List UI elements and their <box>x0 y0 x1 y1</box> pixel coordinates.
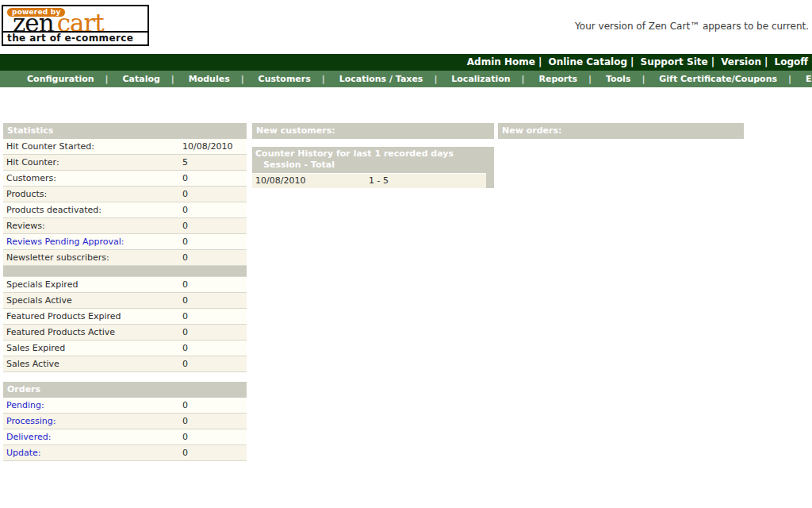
order-status-link[interactable]: Delivered: <box>3 429 182 444</box>
stat-label: Newsletter subscribers: <box>3 250 182 265</box>
table-row: Specials Expired 0 <box>3 277 247 293</box>
orders-panel: Orders Pending: 0 Processing: 0 Delivere… <box>3 382 247 461</box>
table-row: Reviews Pending Approval: 0 <box>3 234 247 250</box>
stat-label: Specials Expired <box>3 277 182 292</box>
table-row: Sales Expired 0 <box>3 341 247 356</box>
new-customers-header: New customers: <box>252 123 494 139</box>
stat-label: Sales Active <box>3 356 182 371</box>
nav-separator: | <box>105 74 109 84</box>
new-orders-panel: New orders: <box>498 123 744 139</box>
statistics-rows-top: Hit Counter Started: 10/08/2010 Hit Coun… <box>3 139 247 266</box>
admin-link-bar: Admin Home| Online Catalog| Support Site… <box>0 54 812 71</box>
stat-value: 0 <box>182 234 247 249</box>
nav-separator: | <box>788 74 791 84</box>
nav-separator: | <box>241 74 244 84</box>
nav-separator: | <box>708 56 718 67</box>
stat-value: 0 <box>182 202 247 217</box>
table-row: Products: 0 <box>3 187 247 202</box>
menu-item[interactable]: Modules <box>178 71 241 87</box>
table-row: Pending: 0 <box>3 398 247 414</box>
stat-value: 0 <box>182 171 247 186</box>
order-status-link[interactable]: Processing: <box>3 414 182 429</box>
stat-label: Featured Products Active <box>3 325 182 340</box>
stat-value: 5 <box>182 155 247 170</box>
counter-session-total: 1 - 5 <box>369 174 389 188</box>
order-count: 0 <box>182 414 247 429</box>
table-row: Delivered: 0 <box>3 429 247 445</box>
nav-separator: | <box>434 74 437 84</box>
stats-separator-row <box>3 266 247 277</box>
menu-item[interactable]: Catalog <box>111 71 170 87</box>
stat-value: 0 <box>182 187 247 202</box>
nav-separator: | <box>322 74 325 84</box>
orders-header: Orders <box>3 382 247 398</box>
stat-value: 0 <box>182 341 247 356</box>
order-status-link[interactable]: Pending: <box>3 398 182 413</box>
counter-history-rows: 10/08/2010 1 - 5 <box>252 173 494 188</box>
stat-label: Specials Active <box>3 293 182 308</box>
table-row: Featured Products Expired 0 <box>3 309 247 325</box>
stat-label: Products deactivated: <box>3 202 182 217</box>
order-count: 0 <box>182 445 247 460</box>
table-row: Update: 0 <box>3 445 247 461</box>
stat-label: Sales Expired <box>3 341 182 356</box>
nav-separator: | <box>535 56 545 67</box>
menu-item[interactable]: Tools <box>595 71 642 87</box>
menu-item[interactable]: Localization <box>440 71 521 87</box>
stat-value: 10/08/2010 <box>182 139 247 154</box>
table-row: Hit Counter: 5 <box>3 155 247 171</box>
admin-nav-link[interactable]: Admin Home <box>467 56 535 67</box>
row-gray-edge <box>486 173 494 188</box>
stat-label: Hit Counter Started: <box>3 139 182 154</box>
menu-item[interactable]: Locations / Taxes <box>328 71 435 87</box>
statistics-panel: Statistics Hit Counter Started: 10/08/20… <box>3 123 247 461</box>
stat-value: 0 <box>182 218 247 233</box>
admin-nav-link[interactable]: Logoff <box>775 56 808 67</box>
admin-nav-link[interactable]: Online Catalog <box>548 56 627 67</box>
table-row: Sales Active 0 <box>3 356 247 372</box>
counter-date: 10/08/2010 <box>255 174 305 188</box>
stat-label[interactable]: Reviews Pending Approval: <box>3 234 182 249</box>
stat-label: Products: <box>3 187 182 202</box>
statistics-header: Statistics <box>3 123 247 139</box>
counter-history-table: Counter History for last 1 recorded days… <box>252 147 494 188</box>
counter-history-subtitle: Session - Total <box>255 160 494 171</box>
nav-separator: | <box>627 56 637 67</box>
menu-item[interactable]: Extras <box>795 71 812 87</box>
stat-value: 0 <box>182 293 247 308</box>
menu-item[interactable]: Configuration <box>16 71 105 87</box>
stat-label: Customers: <box>3 171 182 186</box>
admin-nav-link[interactable]: Support Site <box>641 56 708 67</box>
statistics-rows-bottom: Specials Expired 0 Specials Active 0 Fea… <box>3 277 247 372</box>
stat-value: 0 <box>182 277 247 292</box>
order-count: 0 <box>182 429 247 444</box>
admin-nav-link[interactable]: Version <box>721 56 761 67</box>
nav-separator: | <box>588 74 592 84</box>
nav-separator: | <box>761 56 771 67</box>
orders-rows: Pending: 0 Processing: 0 Delivered: 0 Up… <box>3 398 247 461</box>
table-row: Specials Active 0 <box>3 293 247 309</box>
nav-separator: | <box>171 74 174 84</box>
stat-value: 0 <box>182 356 247 371</box>
table-row: Products deactivated: 0 <box>3 202 247 218</box>
counter-history-title: Counter History for last 1 recorded days <box>255 148 494 160</box>
version-status-text: Your version of Zen Cart™ appears to be … <box>575 21 809 32</box>
new-customers-panel: New customers: Counter History for last … <box>252 123 494 188</box>
zen-cart-logo: powered by zencart the art of e-commerce <box>2 5 149 46</box>
table-row: Newsletter subscribers: 0 <box>3 250 247 266</box>
table-row: Processing: 0 <box>3 414 247 429</box>
order-status-link[interactable]: Update: <box>3 445 182 460</box>
table-row: Hit Counter Started: 10/08/2010 <box>3 139 247 155</box>
menu-item[interactable]: Gift Certificate/Coupons <box>648 71 788 87</box>
stat-label: Reviews: <box>3 218 182 233</box>
nav-separator: | <box>642 74 645 84</box>
menu-item[interactable]: Reports <box>527 71 588 87</box>
stat-value: 0 <box>182 325 247 340</box>
table-row: Customers: 0 <box>3 171 247 187</box>
stat-label: Hit Counter: <box>3 155 182 170</box>
menu-item[interactable]: Customers <box>247 71 322 87</box>
counter-history-header: Counter History for last 1 recorded days… <box>252 147 494 173</box>
table-row: Featured Products Active 0 <box>3 325 247 341</box>
main-menu-bar: Configuration| Catalog| Modules| Custome… <box>0 71 812 87</box>
stat-value: 0 <box>182 309 247 324</box>
